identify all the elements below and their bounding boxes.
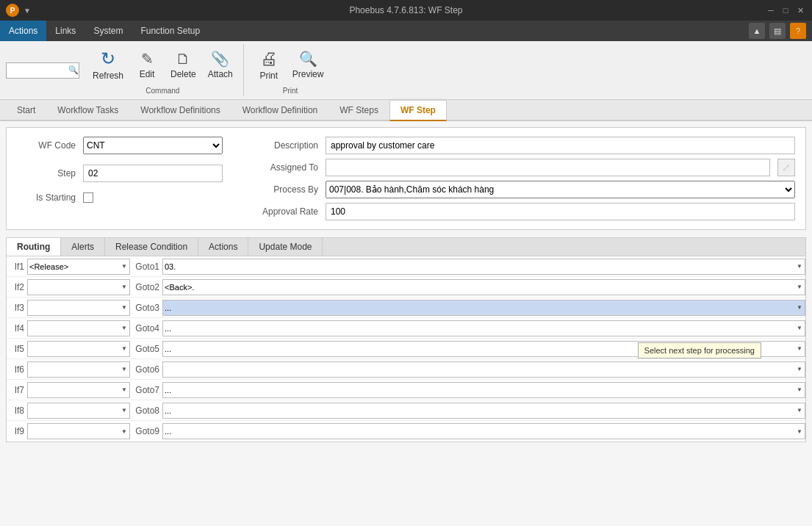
wf-code-select[interactable]: CNT — [83, 137, 223, 154]
routing-row-if9: If9 ▼ Goto9 ... ▼ — [7, 421, 805, 442]
routing-row-if5: If5 ▼ Goto5 ... ▼ Select next step for p… — [7, 339, 805, 359]
edit-icon: ✎ — [141, 50, 154, 68]
goto9-select-container: ... ▼ — [162, 423, 805, 439]
menu-function-setup[interactable]: Function Setup — [132, 21, 209, 41]
goto6-select[interactable] — [162, 361, 805, 378]
goto2-select[interactable]: <Back>. — [162, 279, 805, 295]
menu-links[interactable]: Links — [46, 21, 85, 41]
app-container: P ▼ Phoebus 4.7.6.813: WF Step ─ □ ✕ Act… — [0, 0, 812, 526]
tab-wf-step[interactable]: WF Step — [389, 100, 447, 121]
sub-tab-update-mode[interactable]: Update Mode — [248, 238, 323, 256]
assigned-to-ext-btn[interactable]: ⤢ — [777, 159, 795, 176]
is-starting-checkbox[interactable] — [83, 192, 93, 203]
attach-button[interactable]: 📎 Attach — [204, 47, 237, 82]
if6-select-container: ▼ — [27, 361, 130, 378]
approval-rate-input[interactable] — [326, 203, 795, 220]
close-btn[interactable]: ✕ — [794, 4, 806, 16]
attach-icon: 📎 — [211, 50, 229, 68]
preview-button[interactable]: 🔍 Preview — [288, 47, 328, 82]
tab-workflow-definition[interactable]: Workflow Definition — [231, 100, 328, 120]
minimize-btn[interactable]: ─ — [765, 4, 777, 16]
routing-row-if8: If8 ▼ Goto8 ... ▼ — [7, 400, 805, 421]
sub-tab-alerts[interactable]: Alerts — [61, 238, 105, 256]
delete-button[interactable]: 🗋 Delete — [166, 48, 201, 82]
goto2-label: Goto2 — [130, 282, 162, 292]
search-icon: 🔍 — [68, 65, 79, 75]
if5-select[interactable] — [27, 341, 130, 357]
assigned-to-row: Assigned To ⤢ — [252, 159, 795, 176]
goto6-select-container: ▼ — [162, 361, 805, 378]
process-by-select[interactable]: 007|008. Bảo hành,Chăm sóc khách hàng — [326, 181, 795, 198]
search-box[interactable]: 🔍 — [6, 62, 79, 79]
goto5-select[interactable]: ... — [162, 341, 805, 357]
process-by-row: Process By 007|008. Bảo hành,Chăm sóc kh… — [252, 181, 795, 198]
if8-select[interactable] — [27, 403, 130, 419]
goto3-select[interactable]: ... — [162, 300, 805, 316]
if7-label: If7 — [7, 385, 27, 395]
edit-button[interactable]: ✎ Edit — [131, 47, 163, 82]
if8-label: If8 — [7, 406, 27, 416]
refresh-button[interactable]: ↻ Refresh — [88, 46, 128, 84]
if5-label: If5 — [7, 344, 27, 354]
goto8-select[interactable]: ... — [162, 403, 805, 419]
maximize-btn[interactable]: □ — [780, 4, 791, 16]
form-panel: WF Code CNT Step Is Starting — [6, 127, 806, 230]
process-by-label: Process By — [252, 184, 318, 195]
if6-select[interactable] — [27, 361, 130, 378]
if9-label: If9 — [7, 426, 27, 436]
if3-select[interactable] — [27, 300, 130, 316]
if9-select[interactable] — [27, 423, 130, 439]
process-by-container: 007|008. Bảo hành,Chăm sóc khách hàng — [326, 181, 795, 198]
step-input[interactable] — [83, 165, 223, 182]
titlebar-extra-icon: ▼ — [24, 7, 31, 15]
sub-tab-routing[interactable]: Routing — [7, 238, 61, 256]
goto7-select[interactable]: ... — [162, 382, 805, 398]
content-area: WF Code CNT Step Is Starting — [0, 121, 812, 526]
help-icon[interactable]: ? — [790, 23, 806, 39]
if7-select[interactable] — [27, 382, 130, 398]
tab-start[interactable]: Start — [6, 100, 46, 120]
description-label: Description — [252, 140, 318, 151]
if3-label: If3 — [7, 303, 27, 313]
sub-tabs-row: Routing Alerts Release Condition Actions… — [6, 237, 806, 256]
goto5-select-container: ... ▼ Select next step for processing — [162, 341, 805, 357]
tab-wf-steps[interactable]: WF Steps — [328, 100, 389, 120]
delete-icon: 🗋 — [176, 51, 190, 68]
goto4-select[interactable]: ... — [162, 320, 805, 336]
if4-select[interactable] — [27, 320, 130, 336]
print-buttons: 🖨 Print 🔍 Preview — [253, 46, 328, 84]
monitor-icon[interactable]: ▤ — [769, 23, 786, 39]
if7-select-container: ▼ — [27, 382, 130, 398]
goto1-select[interactable]: 03. — [162, 259, 805, 275]
tab-workflow-tasks[interactable]: Workflow Tasks — [46, 100, 129, 120]
sub-tab-release-condition[interactable]: Release Condition — [105, 238, 198, 256]
if1-select-container: <Release> ▼ — [27, 259, 130, 275]
routing-row-if4: If4 ▼ Goto4 ... ▼ — [7, 318, 805, 339]
if2-select[interactable] — [27, 279, 130, 295]
goto7-label: Goto7 — [130, 385, 162, 395]
sub-tab-actions[interactable]: Actions — [198, 238, 248, 256]
goto9-select[interactable]: ... — [162, 423, 805, 439]
description-input[interactable] — [326, 137, 795, 154]
step-row: Step — [17, 165, 237, 182]
form-right-col: Description Assigned To ⤢ Process By 007… — [252, 137, 795, 220]
tab-workflow-definitions[interactable]: Workflow Definitions — [129, 100, 231, 120]
goto1-select-container: 03. ▼ — [162, 259, 805, 275]
menu-actions[interactable]: Actions — [0, 21, 46, 41]
refresh-icon: ↻ — [101, 48, 115, 69]
toolbar: 🔍 ↻ Refresh ✎ Edit 🗋 Delete 📎 Attach — [0, 41, 812, 100]
goto6-label: Goto6 — [130, 364, 162, 375]
print-section: 🖨 Print 🔍 Preview Print — [247, 44, 334, 96]
search-input[interactable] — [10, 66, 68, 75]
menu-system[interactable]: System — [85, 21, 132, 41]
assigned-to-input[interactable] — [326, 159, 770, 176]
preview-icon: 🔍 — [299, 50, 317, 68]
collapse-icon[interactable]: ▲ — [749, 23, 765, 39]
if8-select-container: ▼ — [27, 403, 130, 419]
titlebar-controls: ─ □ ✕ — [765, 4, 806, 16]
if1-select[interactable]: <Release> — [27, 259, 130, 275]
app-logo: P — [6, 4, 19, 17]
print-button[interactable]: 🖨 Print — [253, 46, 285, 84]
goto5-label: Goto5 — [130, 344, 162, 354]
goto8-select-container: ... ▼ — [162, 403, 805, 419]
